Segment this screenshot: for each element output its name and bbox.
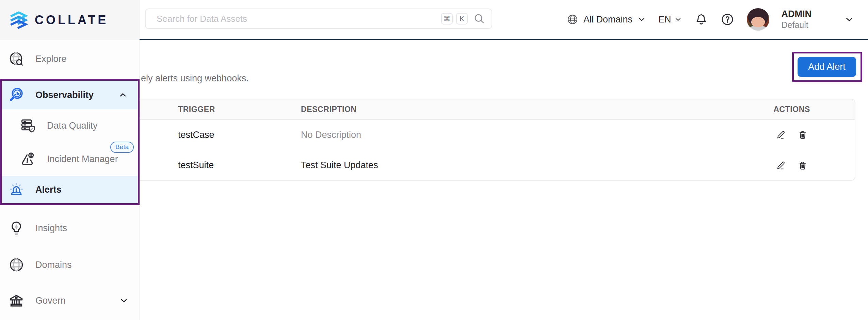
search-icon[interactable] xyxy=(473,13,485,25)
observability-icon xyxy=(7,86,25,104)
sidebar-item-label: Insights xyxy=(35,223,67,234)
k-key-badge: K xyxy=(456,13,468,25)
column-header-actions: ACTIONS xyxy=(742,105,841,114)
sidebar-item-label: Govern xyxy=(35,295,66,306)
chevron-down-icon xyxy=(637,15,646,24)
alerts-table-header: TRIGGER DESCRIPTION ACTIONS xyxy=(140,99,855,120)
sidebar-item-label: Data Quality xyxy=(47,121,98,131)
beta-badge: Beta xyxy=(110,142,134,153)
alerts-table: TRIGGER DESCRIPTION ACTIONS testCase No … xyxy=(140,99,855,181)
edit-icon[interactable] xyxy=(776,160,786,171)
data-quality-icon xyxy=(19,117,37,134)
notifications-bell-icon[interactable] xyxy=(694,13,708,26)
user-name: ADMIN xyxy=(782,9,812,20)
page-subtitle: ely alerts using webhooks. xyxy=(141,73,249,84)
sidebar-item-label: Alerts xyxy=(35,185,62,195)
row-actions xyxy=(742,130,841,140)
sidebar-item-alerts[interactable]: Alerts xyxy=(2,176,138,203)
user-avatar[interactable] xyxy=(747,8,769,31)
edit-icon[interactable] xyxy=(776,130,786,140)
cmd-key-badge: ⌘ xyxy=(441,13,453,25)
sidebar-item-label: Incident Manager xyxy=(47,154,118,164)
top-header: ⌘ K All Domains xyxy=(140,0,868,40)
help-icon[interactable] xyxy=(720,12,735,27)
alerts-siren-icon xyxy=(7,181,25,198)
header-actions: All Domains EN xyxy=(566,0,854,39)
column-header-trigger: TRIGGER xyxy=(178,105,301,114)
trigger-cell: testSuite xyxy=(178,160,301,171)
sidebar-item-data-quality[interactable]: Data Quality xyxy=(2,109,138,142)
description-cell: Test Suite Updates xyxy=(301,160,742,171)
brand-name: COLLATE xyxy=(35,13,108,27)
search-input[interactable] xyxy=(156,13,438,25)
column-header-description: DESCRIPTION xyxy=(301,105,742,114)
user-menu-chevron-icon[interactable] xyxy=(844,14,854,25)
incident-manager-icon xyxy=(19,150,37,167)
globe-icon xyxy=(566,13,579,26)
delete-icon[interactable] xyxy=(798,130,808,140)
user-team: Default xyxy=(782,20,812,30)
app-window: ⌘ K All Domains xyxy=(0,0,868,320)
sidebar-item-label: Explore xyxy=(35,54,67,64)
sidebar-item-domains[interactable]: Domains xyxy=(0,251,139,278)
chevron-down-icon xyxy=(674,15,682,23)
observability-annotation-box: Observability Data Quality xyxy=(0,79,140,205)
govern-bank-icon xyxy=(7,292,25,309)
chevron-down-icon[interactable] xyxy=(119,296,129,305)
domains-globe-icon xyxy=(7,256,25,273)
chevron-up-icon[interactable] xyxy=(118,90,128,100)
add-alert-button[interactable]: Add Alert xyxy=(798,57,856,77)
table-row: testCase No Description xyxy=(140,120,855,150)
sidebar-item-observability[interactable]: Observability xyxy=(2,81,138,109)
brand-logo[interactable]: COLLATE xyxy=(0,0,139,40)
domain-selector[interactable]: All Domains xyxy=(566,13,646,26)
sidebar-item-label: Observability xyxy=(35,90,94,100)
language-selector[interactable]: EN xyxy=(658,14,682,25)
explore-icon xyxy=(7,50,25,67)
sidebar-item-label: Domains xyxy=(35,260,72,270)
row-actions xyxy=(742,160,841,171)
description-cell: No Description xyxy=(301,130,742,140)
domain-selector-label: All Domains xyxy=(583,14,632,25)
sidebar-item-insights[interactable]: Insights xyxy=(0,214,139,242)
trigger-cell: testCase xyxy=(178,130,301,140)
sidebar-item-explore[interactable]: Explore xyxy=(0,45,139,73)
delete-icon[interactable] xyxy=(798,160,808,171)
table-row: testSuite Test Suite Updates xyxy=(140,150,855,180)
insights-icon xyxy=(7,220,25,237)
collate-logo-icon xyxy=(8,10,29,31)
global-search[interactable]: ⌘ K xyxy=(145,9,492,29)
user-meta: ADMIN Default xyxy=(782,9,812,31)
sidebar-nav: COLLATE Explore xyxy=(0,0,140,320)
sidebar-item-govern[interactable]: Govern xyxy=(0,287,139,314)
language-label: EN xyxy=(658,14,671,25)
